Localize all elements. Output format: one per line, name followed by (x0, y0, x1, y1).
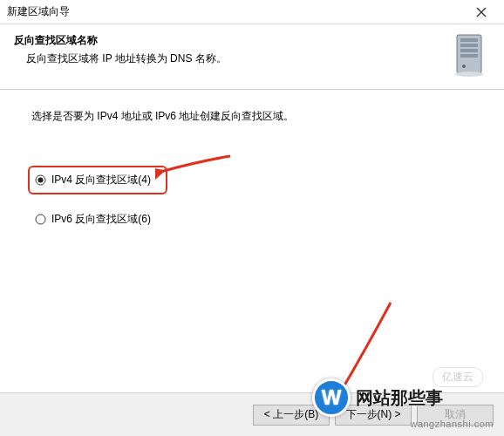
radio-ipv6[interactable]: IPv6 反向查找区域(6) (33, 210, 473, 228)
svg-point-5 (462, 65, 466, 68)
overlay-logo-circle: W (312, 378, 351, 417)
radio-ipv6-label: IPv6 反向查找区域(6) (51, 212, 151, 227)
svg-rect-3 (460, 49, 478, 52)
radio-icon-unselected (35, 214, 46, 225)
svg-rect-2 (460, 44, 478, 47)
radio-ipv4-label: IPv4 反向查找区域(4) (51, 173, 151, 187)
radio-icon-selected (35, 174, 46, 186)
radio-ipv4[interactable]: IPv4 反向查找区域(4) (28, 166, 167, 194)
svg-point-9 (36, 215, 45, 224)
svg-point-6 (455, 72, 483, 77)
header-title: 反向查找区域名称 (14, 33, 445, 48)
svg-point-8 (38, 178, 44, 183)
svg-rect-4 (460, 54, 478, 58)
wizard-header: 反向查找区域名称 反向查找区域将 IP 地址转换为 DNS 名称。 (0, 24, 504, 90)
close-icon (476, 7, 487, 17)
server-icon (452, 33, 490, 78)
overlay-logo-text: 网站那些事 (356, 386, 443, 410)
titlebar: 新建区域向导 (0, 0, 504, 24)
header-description: 反向查找区域将 IP 地址转换为 DNS 名称。 (14, 51, 445, 66)
instruction-text: 选择是否要为 IPv4 地址或 IPv6 地址创建反向查找区域。 (31, 109, 473, 124)
close-button[interactable] (464, 2, 499, 23)
window-title: 新建区域向导 (7, 4, 464, 19)
overlay-logo: W 网站那些事 (312, 378, 469, 417)
svg-rect-1 (460, 38, 478, 42)
wizard-body: 选择是否要为 IPv4 地址或 IPv6 地址创建反向查找区域。 IPv4 反向… (0, 90, 504, 400)
overlay-sub-text: wangzhanshi.com (410, 419, 494, 429)
